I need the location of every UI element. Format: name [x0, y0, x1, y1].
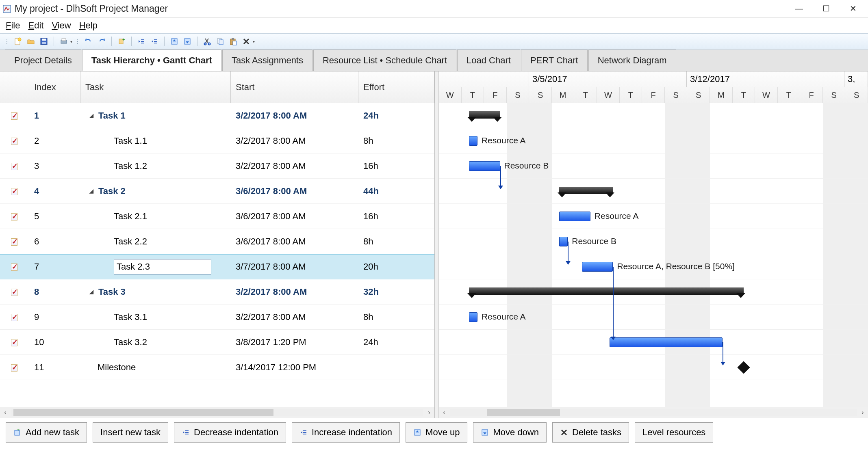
column-header-icon[interactable]	[0, 71, 29, 103]
row-icon-cell	[0, 212, 29, 221]
tab-load-chart[interactable]: Load Chart	[457, 50, 520, 71]
tab-task-hierarchy-gantt[interactable]: Task Hierarchy • Gantt Chart	[82, 50, 221, 71]
timeline-body[interactable]: Resource AResource BResource AResource B…	[439, 103, 868, 407]
svg-rect-5	[42, 42, 46, 44]
svg-rect-15	[154, 43, 157, 43]
grid-row[interactable]: 11 Milestone 3/14/2017 12:00 PM	[0, 355, 434, 380]
tab-task-assignments[interactable]: Task Assignments	[222, 50, 312, 71]
maximize-button[interactable]: ☐	[814, 0, 839, 17]
summary-bar[interactable]	[559, 187, 613, 194]
column-header-index[interactable]: Index	[29, 71, 80, 103]
column-header-task[interactable]: Task	[80, 71, 231, 103]
move-up-icon[interactable]	[169, 36, 180, 47]
task-bar[interactable]	[469, 136, 477, 146]
close-button[interactable]: ✕	[840, 0, 866, 17]
column-header-start[interactable]: Start	[231, 71, 358, 103]
timeline-hscroll[interactable]: ‹ ›	[439, 407, 868, 418]
grid-row[interactable]: 8 ◢Task 3 3/2/2017 8:00 AM 32h	[0, 279, 434, 305]
day-header-cell: M	[552, 87, 575, 103]
task-bar[interactable]	[559, 212, 590, 221]
task-bar[interactable]	[469, 312, 477, 322]
add-new-task-button[interactable]: +Add new task	[6, 422, 87, 443]
print-dropdown-icon[interactable]: ▾	[70, 39, 72, 44]
grid-row[interactable]: 2 Task 1.1 3/2/2017 8:00 AM 8h	[0, 128, 434, 153]
menu-help[interactable]: Help	[79, 20, 98, 31]
row-task-cell: Task 2.2	[80, 236, 231, 247]
tab-project-details[interactable]: Project Details	[5, 50, 81, 71]
column-header-effort[interactable]: Effort	[358, 71, 434, 103]
new-file-icon[interactable]	[12, 36, 24, 47]
task-name-input[interactable]	[114, 259, 211, 274]
print-icon[interactable]	[58, 36, 69, 47]
task-bar[interactable]	[559, 237, 568, 246]
toolbar-grip-2: ⋮	[75, 38, 80, 45]
redo-icon[interactable]	[96, 36, 107, 47]
scroll-left-icon[interactable]: ‹	[0, 407, 11, 418]
cut-icon[interactable]	[202, 36, 213, 47]
menu-view[interactable]: View	[52, 20, 71, 31]
summary-bar[interactable]	[469, 287, 744, 295]
dependency-arrowhead-icon	[566, 261, 571, 265]
menu-edit[interactable]: Edit	[28, 20, 43, 31]
indent-icon	[299, 428, 308, 436]
timeline-scroll-right-icon[interactable]: ›	[857, 407, 868, 418]
grid-row[interactable]: 9 Task 3.1 3/2/2017 8:00 AM 8h	[0, 305, 434, 330]
grid-row[interactable]: 6 Task 2.2 3/6/2017 8:00 AM 8h	[0, 229, 434, 254]
level-resources-button[interactable]: Level resources	[635, 422, 713, 443]
svg-point-19	[208, 43, 210, 45]
tab-pert-chart[interactable]: PERT Chart	[521, 50, 588, 71]
grid-row[interactable]: 5 Task 2.1 3/6/2017 8:00 AM 16h	[0, 204, 434, 229]
add-item-icon[interactable]: +	[116, 36, 127, 47]
toolbar-overflow-icon[interactable]: ▾	[253, 39, 255, 44]
menu-file[interactable]: File	[6, 20, 20, 31]
assignments-label: Resource A	[595, 211, 639, 221]
summary-bar[interactable]	[469, 111, 500, 119]
task-bar[interactable]	[469, 161, 500, 171]
open-folder-icon[interactable]	[25, 36, 37, 47]
outdent-icon[interactable]	[136, 36, 147, 47]
day-header-cell: T	[462, 87, 484, 103]
paste-icon[interactable]	[228, 36, 239, 47]
task-bar[interactable]	[582, 262, 613, 272]
minimize-button[interactable]: —	[786, 1, 812, 17]
task-name: Task 3.1	[114, 312, 147, 322]
grid-row[interactable]: 10 Task 3.2 3/8/2017 1:20 PM 24h	[0, 330, 434, 355]
row-start: 3/2/2017 8:00 AM	[231, 161, 358, 171]
move-down-button[interactable]: Move down	[473, 422, 547, 443]
row-task-cell: Task 3.1	[80, 312, 231, 322]
decrease-indentation-button[interactable]: Decrease indentation	[174, 422, 286, 443]
splitter[interactable]	[435, 71, 439, 418]
grid-row[interactable]: 4 ◢Task 2 3/6/2017 8:00 AM 44h	[0, 179, 434, 204]
day-header-cell: S	[823, 87, 846, 103]
tab-network-diagram[interactable]: Network Diagram	[588, 50, 676, 71]
task-bar[interactable]	[610, 337, 723, 347]
copy-icon[interactable]	[215, 36, 226, 47]
move-up-button[interactable]: Move up	[406, 422, 467, 443]
move-down-icon[interactable]	[182, 36, 193, 47]
grid-row[interactable]: 1 ◢Task 1 3/2/2017 8:00 AM 24h	[0, 103, 434, 128]
row-effort: 44h	[358, 186, 434, 197]
delete-tasks-button[interactable]: Delete tasks	[552, 422, 629, 443]
collapse-toggle-icon[interactable]: ◢	[89, 188, 95, 194]
grid-row[interactable]: 7 3/7/2017 8:00 AM 20h	[0, 254, 434, 279]
task-name: Task 2	[98, 186, 126, 197]
timeline-row	[439, 179, 868, 204]
delete-icon[interactable]	[241, 36, 252, 47]
insert-new-task-button[interactable]: Insert new task	[93, 422, 168, 443]
timeline-scroll-left-icon[interactable]: ‹	[439, 407, 449, 418]
row-effort: 20h	[358, 261, 434, 272]
milestone-diamond[interactable]	[738, 361, 750, 374]
undo-icon[interactable]	[83, 36, 94, 47]
scroll-right-icon[interactable]: ›	[424, 407, 434, 418]
increase-indentation-button[interactable]: Increase indentation	[292, 422, 400, 443]
tab-resource-list-schedule[interactable]: Resource List • Schedule Chart	[313, 50, 456, 71]
task-check-icon	[10, 212, 19, 221]
grid-row[interactable]: 3 Task 1.2 3/2/2017 8:00 AM 16h	[0, 153, 434, 179]
svg-point-2	[18, 38, 21, 41]
save-icon[interactable]	[38, 36, 50, 47]
collapse-toggle-icon[interactable]: ◢	[89, 289, 95, 295]
main-content: Index Task Start Effort 1 ◢Task 1 3/2/20…	[0, 71, 868, 418]
indent-icon[interactable]	[149, 36, 160, 47]
grid-hscroll[interactable]: ‹ ›	[0, 407, 434, 418]
collapse-toggle-icon[interactable]: ◢	[89, 112, 95, 119]
